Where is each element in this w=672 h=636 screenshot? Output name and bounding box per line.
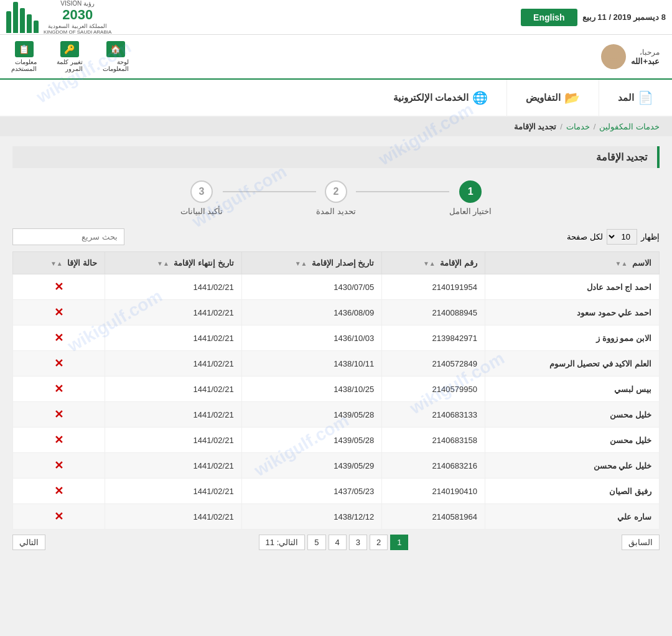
toolbar-btn-password-label: تغيير كلمةالمرور [57, 58, 83, 72]
cell-status: ✕ [13, 274, 105, 300]
status-x-icon: ✕ [21, 357, 97, 370]
toolbar-btn-password[interactable]: 🔑 تغيير كلمةالمرور [52, 39, 88, 75]
cell-issue: 1439/05/28 [241, 402, 382, 428]
cell-expiry: 1441/02/21 [105, 274, 241, 300]
nav-item-eservices-label: الخدمات الإلكترونية [393, 92, 469, 103]
cell-status: ✕ [13, 300, 105, 325]
page-btn-4[interactable]: 4 [329, 535, 347, 550]
nav-item-eservices[interactable]: 🌐 الخدمات الإلكترونية [375, 80, 506, 116]
status-x-icon: ✕ [21, 280, 97, 294]
cell-expiry: 1441/02/21 [105, 376, 241, 402]
table-row[interactable]: احمد علي حمود سعود 2140088945 1436/08/09… [13, 300, 660, 325]
sort-arrows-status: ▲▼ [50, 260, 63, 267]
sort-arrows-iqama: ▲▼ [423, 260, 436, 267]
cell-expiry: 1441/02/21 [105, 453, 241, 479]
per-page-select[interactable]: 10 25 50 [607, 229, 637, 245]
table-row[interactable]: خليل محسن 2140683158 1439/05/28 1441/02/… [13, 428, 660, 453]
toolbar-btn-dashboard-label: لوحةالمعلومات [103, 58, 129, 72]
step-2-label: تحديد المدة [316, 207, 356, 216]
step-2: 2 تحديد المدة [316, 180, 356, 216]
cell-name: خليل علي محسن [485, 453, 659, 479]
eservices-nav-icon: 🌐 [472, 90, 488, 105]
cell-iqama: 2140683216 [382, 453, 485, 479]
user-info: مرحبا، عبد+الله [601, 44, 660, 69]
svg-point-0 [608, 48, 619, 59]
table-row[interactable]: بيس لبسي 2140579950 1438/10/25 1441/02/2… [13, 376, 660, 402]
language-button[interactable]: English [521, 9, 577, 26]
cell-issue: 1438/12/12 [241, 504, 382, 530]
cell-expiry: 1441/02/21 [105, 351, 241, 376]
status-x-icon: ✕ [21, 331, 97, 345]
tafaweed-nav-icon: 📂 [564, 90, 580, 105]
cell-issue: 1439/05/28 [241, 428, 382, 453]
nav-bar: 📄 المد 📂 التفاويض 🌐 الخدمات الإلكترونية [0, 80, 672, 117]
step-3: 3 تأكيد البيانات [180, 180, 223, 216]
cell-status: ✕ [13, 325, 105, 351]
cell-name: خليل محسن [485, 428, 659, 453]
breadcrumb-item-1[interactable]: خدمات المكفولين [599, 122, 660, 131]
password-icon: 🔑 [60, 41, 79, 57]
stepper: 1 اختيار العامل 2 تحديد المدة 3 تأكيد ال… [12, 180, 660, 216]
table-row[interactable]: احمد اج احمد عادل 2140191954 1430/07/05 … [13, 274, 660, 300]
nav-item-tafaweed[interactable]: 📂 التفاويض [506, 80, 599, 116]
toolbar-btn-dashboard[interactable]: 🏠 لوحةالمعلومات [98, 39, 134, 75]
step-3-circle: 3 [190, 180, 213, 203]
pagination-next[interactable]: التالي [12, 535, 45, 550]
sort-arrows-name: ▲▼ [615, 260, 628, 267]
pagination: السابق 1 2 3 4 5 التالي: 11 التالي [12, 530, 660, 555]
nav-item-main-label: المد [618, 92, 634, 103]
cell-status: ✕ [13, 453, 105, 479]
cell-iqama: 2140191954 [382, 274, 485, 300]
search-box [12, 228, 124, 245]
step-1: 1 اختيار العامل [449, 180, 492, 216]
cell-iqama: 2140572849 [382, 351, 485, 376]
status-x-icon: ✕ [21, 433, 97, 447]
page-title: تجديد الإقامة [12, 146, 660, 168]
table-row[interactable]: رفيق الصيان 2140190410 1437/05/23 1441/0… [13, 479, 660, 504]
search-input[interactable] [12, 228, 124, 245]
table-header-row: الاسم ▲▼ رقم الإقامة ▲▼ تاريخ إصدار الإق… [13, 252, 660, 274]
cell-name: ساره علي [485, 504, 659, 530]
per-page-suffix: لكل صفحة [567, 232, 603, 241]
pagination-prev[interactable]: السابق [622, 535, 660, 550]
status-x-icon: ✕ [21, 306, 97, 319]
page-btn-1[interactable]: 1 [390, 535, 408, 550]
table-row[interactable]: العلم الاكيد في تحصيل الرسوم 2140572849 … [13, 351, 660, 376]
step-line-1 [356, 191, 449, 192]
col-header-issue: تاريخ إصدار الإقامة ▲▼ [241, 252, 382, 274]
step-1-circle: 1 [459, 180, 482, 203]
breadcrumb-item-2[interactable]: خدمات [566, 122, 590, 131]
cell-expiry: 1441/02/21 [105, 428, 241, 453]
table-row[interactable]: خليل محسن 2140683133 1439/05/28 1441/02/… [13, 402, 660, 428]
col-header-name: الاسم ▲▼ [485, 252, 659, 274]
status-x-icon: ✕ [21, 510, 97, 523]
cell-iqama: 2140088945 [382, 300, 485, 325]
page-btn-2[interactable]: 2 [370, 535, 388, 550]
show-label: إظهار [641, 232, 660, 241]
nav-item-main[interactable]: 📄 المد [599, 80, 672, 116]
nav-item-tafaweed-label: التفاويض [526, 92, 561, 103]
cell-issue: 1438/10/11 [241, 351, 382, 376]
toolbar-btn-info[interactable]: 📋 معلوماتالمستخدم [6, 39, 42, 75]
status-x-icon: ✕ [21, 459, 97, 472]
cell-name: بيس لبسي [485, 376, 659, 402]
cell-name: رفيق الصيان [485, 479, 659, 504]
cell-iqama: 2140683158 [382, 428, 485, 453]
data-table: الاسم ▲▼ رقم الإقامة ▲▼ تاريخ إصدار الإق… [12, 251, 660, 530]
page-btn-3[interactable]: 3 [349, 535, 367, 550]
user-name: عبد+الله [631, 57, 660, 66]
top-bar: 8 ديسمبر 2019 / 11 ربيع English رؤية VIS… [0, 0, 672, 35]
table-row[interactable]: خليل علي محسن 2140683216 1439/05/29 1441… [13, 453, 660, 479]
cell-iqama: 2140683133 [382, 402, 485, 428]
status-x-icon: ✕ [21, 382, 97, 396]
table-row[interactable]: الابن ممو زووة ز 2139842971 1436/10/03 1… [13, 325, 660, 351]
cell-name: العلم الاكيد في تحصيل الرسوم [485, 351, 659, 376]
table-row[interactable]: ساره علي 2140581964 1438/12/12 1441/02/2… [13, 504, 660, 530]
pagination-nav: 1 2 3 4 5 التالي: 11 [259, 535, 409, 550]
step-1-label: اختيار العامل [449, 207, 492, 216]
status-x-icon: ✕ [21, 408, 97, 421]
logo-area: رؤية VISION 2030 المملكة العربية السعودي… [6, 0, 111, 35]
cell-issue: 1436/10/03 [241, 325, 382, 351]
page-btn-5[interactable]: 5 [307, 535, 325, 550]
dashboard-icon: 🏠 [106, 41, 125, 57]
